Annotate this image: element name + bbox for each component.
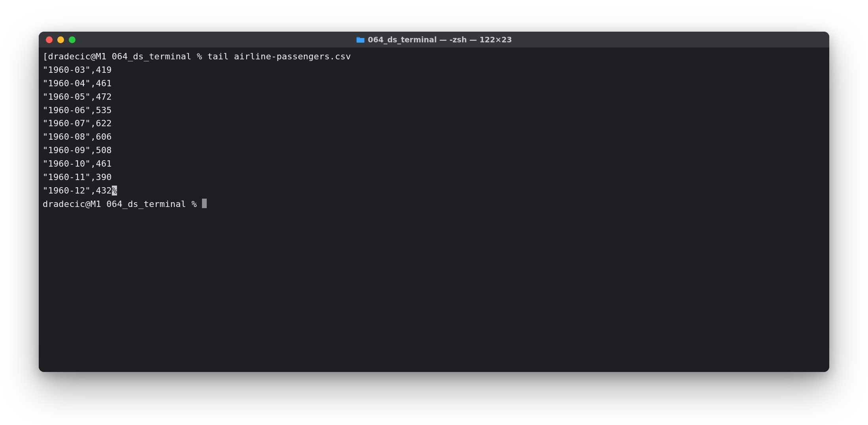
titlebar[interactable]: 064_ds_terminal — -zsh — 122×23 — [39, 32, 829, 47]
prompt-line-1: [dradecic@M1 064_ds_terminal % tail airl… — [43, 51, 351, 61]
output-line: "1960-06",535 — [43, 105, 112, 115]
output-line-last: "1960-12",432% — [43, 186, 117, 195]
folder-icon — [356, 36, 365, 43]
minimize-button[interactable] — [57, 36, 64, 43]
output-line: "1960-04",461 — [43, 78, 112, 88]
output-line: "1960-09",508 — [43, 145, 112, 155]
window-title: 064_ds_terminal — -zsh — 122×23 — [39, 35, 829, 44]
window-title-text: 064_ds_terminal — -zsh — 122×23 — [368, 35, 512, 44]
traffic-lights — [39, 36, 75, 43]
prompt-symbol: % — [192, 199, 197, 209]
cursor-icon — [202, 199, 207, 208]
output-line: "1960-03",419 — [43, 65, 112, 75]
last-output-text: "1960-12",432 — [43, 186, 112, 195]
command-text: tail airline-passengers.csv — [208, 51, 351, 61]
eof-percent-icon: % — [112, 186, 117, 195]
output-line: "1960-11",390 — [43, 172, 112, 182]
bracket-open: [ — [43, 51, 48, 61]
output-line: "1960-07",622 — [43, 118, 112, 128]
maximize-button[interactable] — [69, 36, 75, 43]
prompt-cwd: 064_ds_terminal — [106, 199, 186, 209]
prompt-user-host: dradecic@M1 — [43, 199, 101, 209]
close-button[interactable] — [46, 36, 53, 43]
output-line: "1960-08",606 — [43, 132, 112, 142]
prompt-line-2: dradecic@M1 064_ds_terminal % — [43, 199, 207, 209]
output-line: "1960-05",472 — [43, 92, 112, 102]
terminal-body[interactable]: [dradecic@M1 064_ds_terminal % tail airl… — [39, 47, 829, 372]
prompt-symbol: % — [197, 51, 202, 61]
terminal-window: 064_ds_terminal — -zsh — 122×23 [dradeci… — [39, 32, 829, 372]
output-line: "1960-10",461 — [43, 159, 112, 169]
prompt-user-host: dradecic@M1 — [48, 51, 106, 61]
prompt-cwd: 064_ds_terminal — [112, 51, 192, 61]
